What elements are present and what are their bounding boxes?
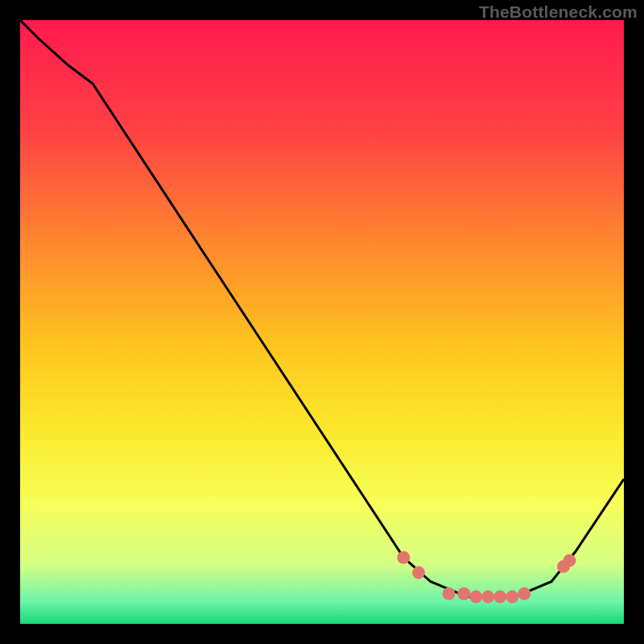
marker-dot xyxy=(457,588,470,601)
marker-dot xyxy=(397,551,410,564)
chart-stage: TheBottleneck.com xyxy=(0,0,644,644)
marker-dot xyxy=(481,590,494,603)
plot-area xyxy=(20,20,624,624)
marker-dot xyxy=(469,590,482,603)
marker-dot xyxy=(506,590,518,603)
marker-dot xyxy=(518,588,530,601)
marker-dot xyxy=(412,566,425,579)
watermark-text: TheBottleneck.com xyxy=(479,2,638,22)
marker-dot xyxy=(443,588,456,601)
chart-svg xyxy=(20,20,624,624)
marker-dot xyxy=(564,554,576,567)
marker-dot xyxy=(493,590,506,603)
